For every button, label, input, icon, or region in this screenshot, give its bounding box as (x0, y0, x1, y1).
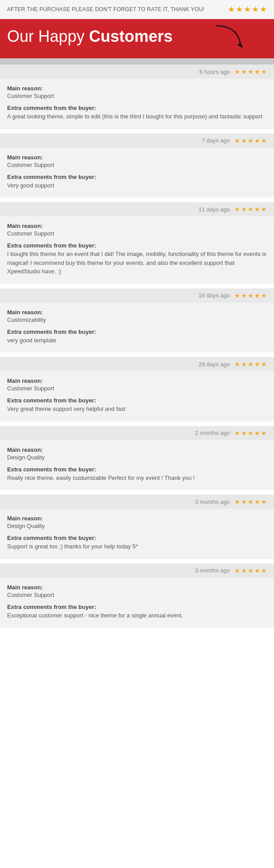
reviews-container: 6 hours ago★★★★★Main reason:Customer Sup… (0, 65, 274, 628)
comment-value-7: Exceptional customer support - nice them… (7, 611, 267, 620)
review-body-3: Main reason:CustomizabilityExtra comment… (0, 303, 274, 353)
review-time-0: 6 hours ago (199, 69, 230, 75)
review-star-7-2: ★ (248, 567, 254, 574)
review-star-1-4: ★ (261, 137, 267, 144)
review-body-7: Main reason:Customer SupportExtra commen… (0, 578, 274, 628)
review-star-0-3: ★ (254, 68, 260, 75)
review-star-7-4: ★ (261, 567, 267, 574)
review-star-0-1: ★ (241, 68, 247, 75)
review-star-2-0: ★ (234, 206, 240, 213)
review-block-5: 2 months ago★★★★★Main reason:Design Qual… (0, 426, 274, 491)
review-separator-6 (0, 559, 274, 564)
review-body-0: Main reason:Customer SupportExtra commen… (0, 79, 274, 129)
comment-label-0: Extra comments from the buyer: (7, 105, 267, 111)
review-star-4-3: ★ (254, 361, 260, 368)
star-5: ★ (260, 4, 267, 14)
review-meta-4: 29 days ago★★★★★ (0, 357, 274, 371)
comment-value-6: Support is great too ;) thanks for your … (7, 542, 267, 551)
review-time-1: 7 days ago (201, 137, 230, 144)
reason-label-6: Main reason: (7, 515, 267, 522)
comment-label-7: Extra comments from the buyer: (7, 604, 267, 610)
review-star-2-4: ★ (261, 206, 267, 213)
review-star-4-1: ★ (241, 361, 247, 368)
review-star-2-1: ★ (241, 206, 247, 213)
review-meta-3: 16 days ago★★★★★ (0, 288, 274, 303)
reason-value-3: Customizability (7, 316, 267, 323)
gray-divider (0, 58, 274, 65)
reason-label-1: Main reason: (7, 154, 267, 161)
review-star-5-1: ★ (241, 430, 247, 437)
review-stars-1: ★★★★★ (234, 137, 267, 144)
reason-label-4: Main reason: (7, 377, 267, 384)
review-separator-3 (0, 353, 274, 357)
review-block-1: 7 days ago★★★★★Main reason:Customer Supp… (0, 134, 274, 198)
comment-value-5: Really nice theme, easily custumizable P… (7, 474, 267, 483)
review-time-5: 2 months ago (195, 430, 230, 436)
review-meta-7: 3 months ago★★★★★ (0, 564, 274, 578)
review-star-7-3: ★ (254, 567, 260, 574)
reason-label-0: Main reason: (7, 85, 267, 92)
review-star-3-2: ★ (248, 292, 254, 299)
review-meta-6: 3 months ago★★★★★ (0, 495, 274, 509)
review-star-1-1: ★ (241, 137, 247, 144)
review-time-7: 3 months ago (195, 567, 230, 574)
review-star-4-4: ★ (261, 361, 267, 368)
reason-value-4: Customer Support (7, 385, 267, 392)
svg-marker-0 (238, 42, 243, 48)
review-stars-7: ★★★★★ (234, 567, 267, 574)
review-body-6: Main reason:Design QualityExtra comments… (0, 509, 274, 559)
review-star-5-3: ★ (254, 430, 260, 437)
reason-label-3: Main reason: (7, 309, 267, 316)
reason-value-0: Customer Support (7, 93, 267, 99)
review-star-2-2: ★ (248, 206, 254, 213)
review-separator-2 (0, 284, 274, 288)
review-star-3-4: ★ (261, 292, 267, 299)
review-star-4-2: ★ (248, 361, 254, 368)
review-star-3-3: ★ (254, 292, 260, 299)
review-time-3: 16 days ago (198, 292, 230, 299)
review-body-5: Main reason:Design QualityExtra comments… (0, 440, 274, 491)
review-block-6: 3 months ago★★★★★Main reason:Design Qual… (0, 495, 274, 559)
review-star-6-3: ★ (254, 498, 260, 505)
review-block-0: 6 hours ago★★★★★Main reason:Customer Sup… (0, 65, 274, 129)
star-4: ★ (252, 4, 259, 14)
comment-label-1: Extra comments from the buyer: (7, 174, 267, 180)
reason-value-7: Customer Support (7, 592, 267, 598)
comment-value-0: A great looking theme, simple to edit (t… (7, 112, 267, 121)
page-header: Our Happy Customers (0, 19, 274, 58)
review-star-6-2: ★ (248, 498, 254, 505)
review-star-4-0: ★ (234, 361, 240, 368)
review-block-2: 11 days ago★★★★★Main reason:Customer Sup… (0, 202, 274, 284)
comment-label-2: Extra comments from the buyer: (7, 242, 267, 249)
banner-stars: ★ ★ ★ ★ ★ (228, 4, 267, 14)
review-star-3-0: ★ (234, 292, 240, 299)
review-star-6-1: ★ (241, 498, 247, 505)
review-stars-6: ★★★★★ (234, 498, 267, 505)
comment-label-6: Extra comments from the buyer: (7, 535, 267, 541)
reason-value-6: Design Quality (7, 523, 267, 529)
star-2: ★ (236, 4, 243, 14)
review-star-5-4: ★ (261, 430, 267, 437)
review-body-2: Main reason:Customer SupportExtra commen… (0, 216, 274, 284)
review-block-7: 3 months ago★★★★★Main reason:Customer Su… (0, 564, 274, 628)
review-star-0-4: ★ (261, 68, 267, 75)
review-stars-0: ★★★★★ (234, 68, 267, 75)
star-1: ★ (228, 4, 235, 14)
review-stars-5: ★★★★★ (234, 430, 267, 437)
comment-label-3: Extra comments from the buyer: (7, 329, 267, 335)
review-time-4: 29 days ago (198, 361, 230, 368)
review-star-1-2: ★ (248, 137, 254, 144)
review-body-1: Main reason:Customer SupportExtra commen… (0, 148, 274, 198)
review-block-3: 16 days ago★★★★★Main reason:Customizabil… (0, 288, 274, 353)
review-stars-3: ★★★★★ (234, 292, 267, 299)
review-star-5-2: ★ (248, 430, 254, 437)
comment-value-4: Very great theme support very helpful an… (7, 405, 267, 414)
review-star-0-2: ★ (248, 68, 254, 75)
review-stars-2: ★★★★★ (234, 206, 267, 213)
review-meta-5: 2 months ago★★★★★ (0, 426, 274, 440)
review-star-7-1: ★ (241, 567, 247, 574)
review-star-5-0: ★ (234, 430, 240, 437)
review-block-4: 29 days ago★★★★★Main reason:Customer Sup… (0, 357, 274, 422)
review-stars-4: ★★★★★ (234, 361, 267, 368)
review-star-7-0: ★ (234, 567, 240, 574)
